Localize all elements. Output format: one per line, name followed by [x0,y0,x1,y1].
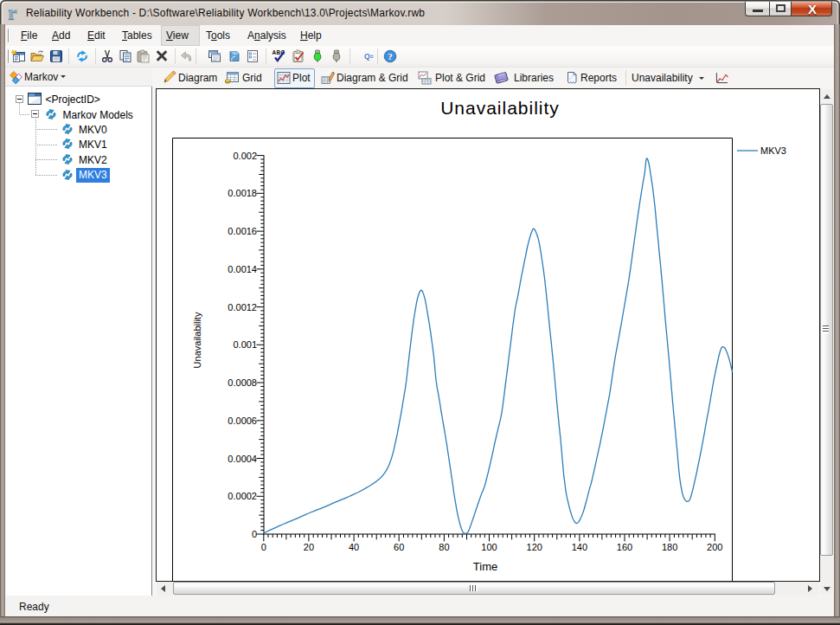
svg-text:0.0014: 0.0014 [228,264,257,274]
svg-text:Time: Time [473,560,497,573]
svg-text:180: 180 [662,542,677,552]
svg-text:0.0018: 0.0018 [228,188,257,198]
svg-text:20: 20 [304,542,314,552]
svg-text:Unavailability: Unavailability [192,312,202,368]
svg-text:200: 200 [707,542,722,552]
svg-text:60: 60 [394,542,404,552]
svg-text:MKV3: MKV3 [760,145,786,156]
svg-text:80: 80 [439,542,449,552]
svg-text:160: 160 [617,542,632,552]
svg-text:0.0002: 0.0002 [228,491,257,501]
svg-text:Unavailability: Unavailability [440,98,560,118]
svg-text:0: 0 [261,542,266,552]
svg-text:0.0016: 0.0016 [228,226,257,236]
svg-text:40: 40 [349,542,359,552]
svg-text:?: ? [388,51,393,61]
svg-text:0.0004: 0.0004 [228,454,257,464]
svg-text:0.001: 0.001 [233,339,257,350]
svg-text:Q: Q [364,52,370,61]
svg-text:120: 120 [527,542,542,552]
svg-text:0: 0 [252,529,257,539]
svg-text:0.002: 0.002 [233,151,257,161]
svg-text:0.0006: 0.0006 [228,416,257,426]
svg-text:0.0008: 0.0008 [228,377,257,388]
svg-text:0.0012: 0.0012 [228,302,257,312]
svg-text:100: 100 [481,542,497,552]
svg-text:140: 140 [572,542,587,552]
